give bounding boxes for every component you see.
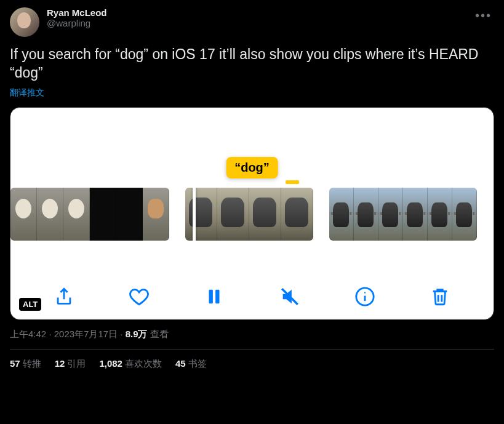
- share-icon: [54, 286, 74, 307]
- info-icon: [354, 286, 375, 307]
- media-toolbar: [10, 286, 494, 307]
- search-term-bubble: “dog”: [226, 157, 278, 178]
- timeline-frame: [90, 188, 116, 241]
- timeline-frame: [452, 188, 477, 241]
- views-label: 查看: [150, 329, 169, 339]
- timeline-frame: [378, 188, 403, 241]
- quotes-stat[interactable]: 12引用: [55, 358, 86, 370]
- timeline-frame: [403, 188, 428, 241]
- divider: [10, 349, 494, 350]
- likes-stat[interactable]: 1,082喜欢次数: [99, 358, 162, 370]
- author-name: Ryan McLeod: [47, 7, 494, 18]
- tweet-date[interactable]: 2023年7月17日: [54, 329, 118, 339]
- like-button[interactable]: [129, 286, 150, 307]
- stats-row: 57转推 12引用 1,082喜欢次数 45书签: [10, 358, 494, 370]
- tweet-meta: 上午4:42 · 2023年7月17日 · 8.9万 查看: [10, 329, 494, 340]
- timeline-frame: [63, 188, 90, 241]
- clip-group[interactable]: [185, 188, 313, 241]
- video-timeline: [10, 186, 494, 242]
- timeline-frame: [185, 188, 217, 241]
- timeline-frame: [428, 188, 452, 241]
- heart-icon: [129, 286, 150, 307]
- tweet-time[interactable]: 上午4:42: [10, 329, 46, 339]
- svg-point-5: [364, 292, 366, 293]
- mute-icon: [279, 286, 300, 307]
- pause-icon: [204, 286, 225, 307]
- share-button[interactable]: [54, 286, 74, 307]
- clip-group[interactable]: [10, 188, 169, 241]
- retweets-stat[interactable]: 57转推: [10, 358, 41, 370]
- info-button[interactable]: [354, 286, 375, 307]
- svg-rect-0: [209, 289, 213, 303]
- svg-rect-1: [216, 289, 220, 303]
- timeline-frame: [354, 188, 378, 241]
- clip-group[interactable]: [329, 188, 477, 241]
- media-attachment[interactable]: “dog”: [10, 107, 494, 320]
- match-indicator-icon: [286, 180, 299, 184]
- timeline-frame: [217, 188, 249, 241]
- more-options-button[interactable]: •••: [470, 6, 497, 25]
- pause-button[interactable]: [204, 286, 225, 307]
- tweet-header: Ryan McLeod @warpling •••: [10, 7, 494, 37]
- timeline-frame: [249, 188, 281, 241]
- timeline-frame: [116, 188, 143, 241]
- trash-icon: [430, 286, 450, 307]
- timeline-frame: [10, 188, 37, 241]
- tweet-text: If you search for “dog” on iOS 17 it’ll …: [10, 46, 494, 82]
- alt-badge[interactable]: ALT: [19, 298, 41, 311]
- avatar[interactable]: [10, 7, 39, 37]
- tweet-container: Ryan McLeod @warpling ••• If you search …: [0, 0, 504, 377]
- author-block[interactable]: Ryan McLeod @warpling: [47, 7, 494, 28]
- views-count: 8.9万: [126, 329, 148, 339]
- timeline-frame: [143, 188, 169, 241]
- author-handle: @warpling: [47, 18, 494, 28]
- mute-button[interactable]: [279, 286, 300, 307]
- bookmarks-stat[interactable]: 45书签: [175, 358, 207, 370]
- translate-link[interactable]: 翻译推文: [10, 87, 44, 98]
- delete-button[interactable]: [430, 286, 450, 307]
- timeline-frame: [281, 188, 313, 241]
- timeline-frame: [329, 188, 354, 241]
- playhead-icon[interactable]: [193, 188, 196, 241]
- timeline-frame: [37, 188, 63, 241]
